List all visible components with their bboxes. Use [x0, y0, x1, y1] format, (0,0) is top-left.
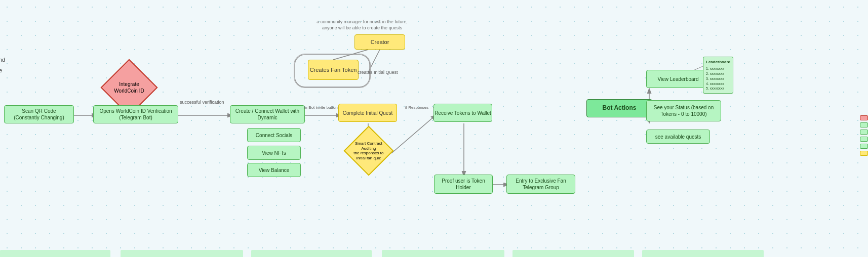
view-nfts-node: View NFTs: [247, 146, 301, 160]
entry-telegram-node: Entry to Exclusive Fan Telegram Group: [506, 175, 575, 194]
leaderboard-row-3: 3. xxxxxxxx: [706, 76, 730, 81]
successful-verification-label: successful verification: [180, 100, 224, 105]
top-annotation: a community manager for now& in the futu…: [314, 19, 410, 31]
see-quests-node: see available quests: [646, 130, 710, 144]
create-connect-wallet-node: Create / Connect Wallet with Dynamic: [230, 105, 305, 123]
left-clipped-text-2: e: [0, 67, 2, 73]
side-dot-4: [860, 137, 868, 142]
creates-initial-quest-label: creates Initial Quest: [358, 70, 398, 75]
bottom-bar-5: [512, 250, 634, 257]
leaderboard-row-1: 1. xxxxxxxx: [706, 66, 730, 71]
view-balance-node: View Balance: [247, 163, 301, 177]
smart-contract-node: Smart Contract Auditing the responses to…: [348, 131, 389, 171]
connection-lines: [0, 0, 868, 257]
svg-line-7: [391, 115, 436, 153]
side-dot-6: [860, 151, 868, 156]
in-bot-label: In-Bot invite button to: [304, 105, 342, 110]
bottom-bar-6: [642, 250, 764, 257]
leaderboard-mini-card: Leaderboard 1. xxxxxxxx 2. xxxxxxxx 3. x…: [703, 57, 733, 94]
creator-node: Creator: [354, 34, 405, 50]
receive-tokens-node: Receive Tokens to Wallet: [433, 104, 492, 122]
canvas: a community manager for now& in the futu…: [0, 0, 868, 257]
side-dots-container: [860, 115, 868, 156]
leaderboard-row-5: 5. xxxxxxxx: [706, 86, 730, 91]
leaderboard-row-4: 4. xxxxxxxx: [706, 81, 730, 87]
integrate-worldcoin-node: Integrate WorldCoin ID: [99, 65, 160, 110]
scan-qr-node: Scan QR Code (Constantly Changing): [4, 105, 74, 123]
bottom-bar-1: [0, 250, 110, 257]
left-clipped-text-1: nd: [0, 57, 5, 63]
complete-initial-quest-node: Complete Initial Quest: [338, 104, 397, 122]
opens-worldcoin-node: Opens WorldCoin ID Verification (Telegra…: [93, 105, 178, 123]
leaderboard-mini-title: Leaderboard: [706, 59, 730, 65]
bottom-bar-2: [121, 250, 243, 257]
bot-actions-node: Bot Actions: [586, 99, 652, 117]
proof-holder-node: Proof user is Token Holder: [434, 175, 493, 194]
bottom-bar-4: [382, 250, 504, 257]
bottom-bar-3: [251, 250, 372, 257]
creates-fan-token-node: Creates Fan Token: [308, 60, 359, 80]
view-leaderboard-node: View Leaderboard: [646, 70, 710, 88]
side-dot-3: [860, 130, 868, 135]
side-dot-2: [860, 122, 868, 127]
side-dot-1: [860, 115, 868, 120]
leaderboard-row-2: 2. xxxxxxxx: [706, 71, 730, 76]
side-dot-5: [860, 144, 868, 149]
see-status-node: See your Status (based on Tokens - 0 to …: [646, 100, 721, 121]
connect-socials-node: Connect Socials: [247, 128, 301, 142]
